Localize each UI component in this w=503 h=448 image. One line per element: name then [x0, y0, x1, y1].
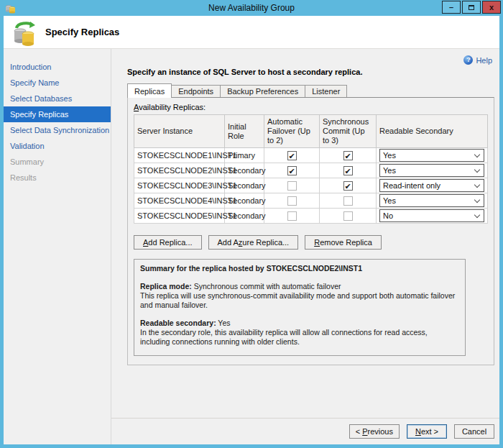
page-title: Specify Replicas — [45, 27, 119, 37]
readable-secondary-dropdown[interactable]: Read-intent only — [379, 179, 484, 192]
window-title: New Availability Group — [0, 3, 503, 13]
availability-replicas-grid: Server Instance Initial Role Automatic F… — [134, 114, 488, 224]
initial-role-cell: Secondary — [225, 178, 264, 193]
tab-strip: Replicas Endpoints Backup Preferences Li… — [127, 83, 494, 97]
replica-summary-box: Summary for the replica hosted by STOKEC… — [134, 259, 466, 356]
wizard-footer: < Previous Next > Cancel — [111, 418, 499, 444]
table-row: STOKECSCLNODE4\INST1 Secondary Yes — [134, 193, 488, 209]
server-instance-cell: STOKECSCLNODE2\INST1 — [134, 163, 225, 178]
server-instance-cell: STOKECSCLNODE1\INST1 — [134, 148, 225, 163]
tab-replicas[interactable]: Replicas — [127, 83, 172, 98]
replica-mode-line: Replica mode: Synchronous commit with au… — [140, 282, 459, 291]
synchronous-commit-checkbox[interactable] — [343, 166, 353, 175]
initial-role-cell: Secondary — [225, 163, 264, 178]
readable-secondary-line: Readable secondary: Yes — [140, 319, 459, 328]
remove-replica-button[interactable]: Remove Replica — [305, 235, 382, 250]
replicas-tab-page: Availability Replicas: Server Instance I… — [127, 97, 494, 365]
column-header-readable-secondary: Readable Secondary — [377, 115, 488, 148]
table-row: STOKECSCLNODE5\INST1 Secondary No — [134, 209, 488, 224]
help-icon: ? — [463, 55, 473, 65]
chevron-down-icon — [474, 181, 480, 187]
readable-secondary-description: In the secondary role, this availability… — [140, 328, 459, 347]
previous-button[interactable]: < Previous — [349, 424, 400, 439]
replica-mode-description: This replica will use synchronous-commit… — [140, 291, 459, 310]
close-button[interactable]: x — [482, 1, 501, 14]
automatic-failover-checkbox[interactable] — [287, 196, 297, 206]
server-instance-cell: STOKECSCLNODE4\INST1 — [134, 193, 225, 209]
column-header-synchronous-commit: Synchronous Commit (Up to 3) — [320, 115, 377, 148]
new-availability-group-dialog: New Availability Group – x — [0, 0, 503, 448]
wizard-header: Specify Replicas — [4, 16, 499, 49]
help-link[interactable]: ? Help — [463, 55, 492, 65]
synchronous-commit-checkbox[interactable] — [343, 196, 353, 206]
grid-header-row: Server Instance Initial Role Automatic F… — [134, 115, 488, 148]
sidebar-item-results: Results — [4, 170, 111, 186]
sidebar-item-specify-replicas[interactable]: Specify Replicas — [4, 106, 111, 122]
synchronous-commit-checkbox[interactable] — [343, 151, 353, 160]
column-header-initial-role: Initial Role — [225, 115, 264, 148]
table-row: STOKECSCLNODE1\INST1 Primary Yes — [134, 148, 488, 163]
maximize-button[interactable] — [462, 1, 481, 14]
maximize-icon — [469, 5, 474, 10]
minimize-button[interactable]: – — [442, 1, 461, 14]
server-instance-cell: STOKECSCLNODE5\INST1 — [134, 209, 225, 224]
wizard-steps-sidebar: Introduction Specify Name Select Databas… — [4, 49, 111, 444]
replicas-database-icon — [11, 19, 38, 47]
table-row: STOKECSCLNODE2\INST1 Secondary Yes — [134, 163, 488, 178]
add-azure-replica-button[interactable]: Add Azure Replica... — [208, 235, 299, 250]
cancel-button[interactable]: Cancel — [454, 424, 494, 439]
close-icon: x — [489, 3, 494, 12]
automatic-failover-checkbox[interactable] — [287, 166, 297, 175]
sidebar-item-validation[interactable]: Validation — [4, 138, 111, 154]
titlebar: New Availability Group – x — [0, 0, 503, 16]
availability-replicas-label: Availability Replicas: — [134, 103, 488, 111]
column-header-server-instance: Server Instance — [134, 115, 225, 148]
initial-role-cell: Secondary — [225, 193, 264, 209]
chevron-down-icon — [474, 166, 480, 172]
page-content: ? Help Specify an instance of SQL Server… — [111, 49, 499, 418]
chevron-down-icon — [474, 151, 480, 157]
table-row: STOKECSCLNODE3\INST1 Secondary Read-inte… — [134, 178, 488, 193]
server-instance-cell: STOKECSCLNODE3\INST1 — [134, 178, 225, 193]
minimize-icon: – — [449, 3, 453, 12]
chevron-down-icon — [474, 196, 480, 202]
initial-role-cell: Primary — [225, 148, 264, 163]
sidebar-item-introduction[interactable]: Introduction — [4, 59, 111, 75]
readable-secondary-dropdown[interactable]: Yes — [379, 164, 484, 177]
next-button[interactable]: Next > — [407, 424, 447, 439]
readable-secondary-dropdown[interactable]: No — [379, 209, 484, 222]
automatic-failover-checkbox[interactable] — [287, 211, 297, 221]
sidebar-item-select-data-synchronization[interactable]: Select Data Synchronization — [4, 122, 111, 138]
initial-role-cell: Secondary — [225, 209, 264, 224]
help-label: Help — [476, 56, 492, 65]
summary-title: Summary for the replica hosted by STOKEC… — [140, 264, 459, 273]
sidebar-item-summary: Summary — [4, 154, 111, 170]
chevron-down-icon — [474, 211, 480, 217]
add-replica-button[interactable]: Add Replica... — [134, 235, 202, 250]
sidebar-item-specify-name[interactable]: Specify Name — [4, 75, 111, 91]
automatic-failover-checkbox[interactable] — [287, 181, 297, 191]
tab-listener[interactable]: Listener — [305, 85, 347, 97]
synchronous-commit-checkbox[interactable] — [343, 211, 353, 221]
readable-secondary-dropdown[interactable]: Yes — [379, 194, 484, 207]
automatic-failover-checkbox[interactable] — [287, 151, 297, 160]
instruction-text: Specify an instance of SQL Server to hos… — [127, 68, 494, 76]
tab-backup-preferences[interactable]: Backup Preferences — [220, 85, 305, 97]
readable-secondary-dropdown[interactable]: Yes — [379, 149, 484, 162]
column-header-automatic-failover: Automatic Failover (Up to 2) — [264, 115, 320, 148]
synchronous-commit-checkbox[interactable] — [343, 181, 353, 191]
sidebar-item-select-databases[interactable]: Select Databases — [4, 91, 111, 106]
tab-endpoints[interactable]: Endpoints — [171, 85, 221, 97]
